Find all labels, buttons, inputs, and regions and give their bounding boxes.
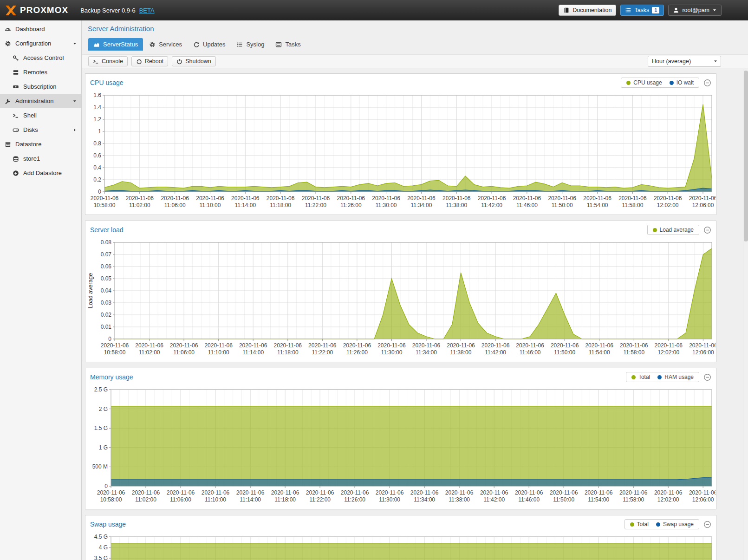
svg-text:2020-11-06: 2020-11-06 (620, 342, 648, 349)
terminal-icon (93, 59, 99, 65)
caret-down-icon (713, 59, 718, 64)
legend-item-total[interactable]: Total (631, 374, 650, 380)
svg-text:2020-11-06: 2020-11-06 (583, 195, 611, 202)
sidebar-item-label: Datastore (15, 141, 41, 148)
shutdown-button[interactable]: Shutdown (172, 56, 216, 66)
svg-text:2020-11-06: 2020-11-06 (376, 489, 404, 496)
key-icon (13, 55, 19, 61)
svg-text:2020-11-06: 2020-11-06 (585, 489, 613, 496)
svg-text:11:30:00: 11:30:00 (381, 349, 402, 356)
collapse-panel-icon[interactable] (703, 373, 711, 381)
legend-item-swap-usage[interactable]: Swap usage (656, 521, 694, 527)
svg-text:2020-11-06: 2020-11-06 (585, 342, 613, 349)
legend-item-total[interactable]: Total (630, 521, 649, 527)
tab-services[interactable]: Services (144, 38, 187, 51)
tasks-label: Tasks (634, 7, 649, 13)
collapse-panel-icon[interactable] (703, 79, 711, 87)
tab-serverstatus[interactable]: ServerStatus (88, 38, 143, 51)
sidebar-item-subscription[interactable]: Subscription (0, 79, 81, 94)
power-icon (176, 59, 182, 65)
expand-caret-icon[interactable] (72, 41, 77, 46)
svg-text:11:06:00: 11:06:00 (173, 349, 195, 356)
svg-text:1: 1 (98, 128, 101, 135)
database-icon (13, 156, 19, 162)
svg-text:2020-11-06: 2020-11-06 (548, 195, 576, 202)
refresh-icon (193, 41, 200, 48)
sidebar: Dashboard Configuration Access Control R… (0, 20, 82, 560)
svg-text:2020-11-06: 2020-11-06 (689, 195, 715, 202)
svg-text:0.4: 0.4 (93, 164, 101, 171)
svg-text:0.02: 0.02 (101, 312, 112, 318)
svg-text:1.2: 1.2 (93, 116, 101, 123)
svg-text:11:18:00: 11:18:00 (270, 202, 291, 208)
sidebar-item-label: Disks (23, 126, 38, 133)
svg-text:2020-11-06: 2020-11-06 (515, 489, 543, 496)
legend-dot (626, 81, 631, 85)
svg-text:1 G: 1 G (99, 444, 108, 451)
svg-text:2.5 G: 2.5 G (94, 386, 108, 393)
tab-label: Tasks (285, 41, 300, 48)
svg-text:11:10:00: 11:10:00 (208, 349, 229, 356)
tab-tasks[interactable]: Tasks (270, 38, 306, 51)
svg-text:11:34:00: 11:34:00 (416, 349, 437, 356)
legend-item-cpu-usage[interactable]: CPU usage (626, 79, 662, 86)
ticket-icon (13, 84, 19, 90)
svg-text:11:54:00: 11:54:00 (588, 496, 609, 503)
tab-updates[interactable]: Updates (188, 38, 230, 51)
sidebar-item-disks[interactable]: Disks (0, 123, 81, 137)
svg-text:2020-11-06: 2020-11-06 (481, 342, 510, 349)
svg-text:2020-11-06: 2020-11-06 (231, 195, 260, 202)
sidebar-item-dashboard[interactable]: Dashboard (0, 22, 81, 36)
app-header: PROXMOX Backup Server 0.9-6 BETA Documen… (0, 0, 748, 20)
sidebar-item-datastore[interactable]: Datastore (0, 137, 81, 151)
sidebar-item-administration[interactable]: Administration (0, 94, 81, 108)
svg-text:2020-11-06: 2020-11-06 (442, 195, 471, 202)
sidebar-item-add-datastore[interactable]: Add Datastore (0, 166, 81, 180)
legend-item-io-wait[interactable]: IO wait (670, 79, 694, 86)
reboot-button[interactable]: Reboot (131, 56, 168, 66)
time-range-select[interactable]: Hour (average) (648, 56, 721, 67)
svg-text:0.01: 0.01 (101, 324, 112, 330)
sidebar-item-shell[interactable]: Shell (0, 108, 81, 123)
tab-syslog[interactable]: Syslog (231, 38, 269, 51)
svg-text:2020-11-06: 2020-11-06 (170, 342, 198, 349)
svg-text:2020-11-06: 2020-11-06 (302, 195, 330, 202)
console-button[interactable]: Console (88, 56, 128, 66)
expand-caret-icon[interactable] (72, 99, 77, 104)
scrollbar-thumb[interactable] (744, 71, 748, 241)
svg-text:12:02:00: 12:02:00 (657, 349, 679, 356)
svg-text:2020-11-06: 2020-11-06 (447, 342, 475, 349)
svg-text:11:30:00: 11:30:00 (376, 202, 397, 208)
svg-text:11:02:00: 11:02:00 (129, 202, 150, 208)
task-list-icon (625, 7, 631, 13)
documentation-button[interactable]: Documentation (559, 5, 616, 16)
svg-text:0.05: 0.05 (101, 275, 112, 282)
beta-link[interactable]: BETA (139, 7, 155, 14)
collapse-panel-icon[interactable] (703, 226, 711, 234)
svg-text:11:14:00: 11:14:00 (242, 349, 264, 356)
user-menu-button[interactable]: root@pam (668, 5, 722, 16)
svg-text:11:26:00: 11:26:00 (344, 496, 365, 503)
console-label: Console (102, 58, 123, 65)
legend-item-load-average[interactable]: Load average (653, 227, 694, 233)
svg-text:2020-11-06: 2020-11-06 (135, 342, 163, 349)
scrollbar[interactable] (743, 69, 748, 560)
legend-dot (670, 81, 674, 85)
sidebar-item-store1[interactable]: store1 (0, 151, 81, 166)
expand-caret-icon[interactable] (72, 128, 77, 132)
sidebar-item-remotes[interactable]: Remotes (0, 65, 81, 79)
svg-text:2020-11-06: 2020-11-06 (196, 195, 224, 202)
legend-item-ram-usage[interactable]: RAM usage (657, 374, 694, 380)
svg-text:2020-11-06: 2020-11-06 (513, 195, 541, 202)
chart-legend: Load average (647, 225, 699, 235)
svg-text:2020-11-06: 2020-11-06 (271, 489, 299, 496)
wrench-icon (5, 98, 11, 104)
collapse-panel-icon[interactable] (703, 521, 711, 528)
svg-text:2 G: 2 G (99, 406, 108, 412)
sidebar-item-access-control[interactable]: Access Control (0, 51, 81, 65)
tasks-button[interactable]: Tasks 1 (620, 5, 664, 16)
svg-text:11:54:00: 11:54:00 (589, 349, 610, 356)
svg-text:11:02:00: 11:02:00 (139, 349, 160, 356)
sidebar-item-configuration[interactable]: Configuration (0, 36, 81, 51)
svg-text:2020-11-06: 2020-11-06 (101, 342, 129, 349)
